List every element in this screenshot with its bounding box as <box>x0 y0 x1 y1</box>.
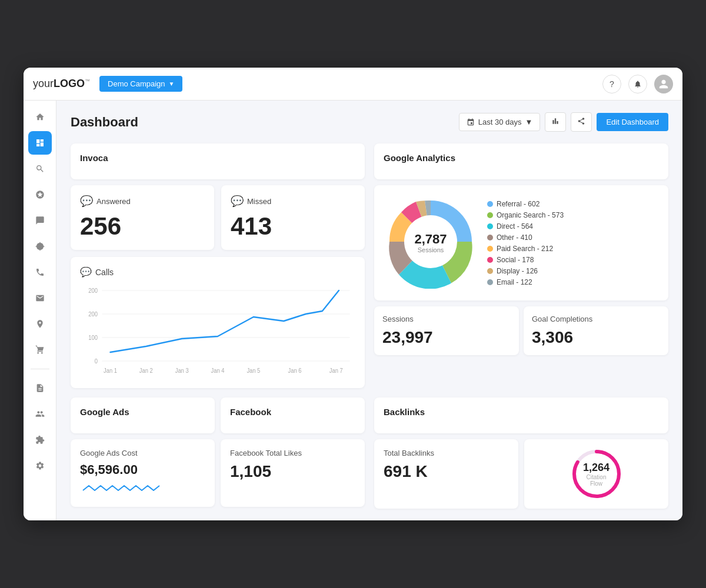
sidebar-item-search[interactable] <box>28 157 52 181</box>
legend-dot-social <box>487 257 493 263</box>
help-button[interactable]: ? <box>602 75 621 93</box>
legend-social: Social - 178 <box>487 256 659 264</box>
wavy-svg <box>80 481 162 495</box>
legend-other: Other - 410 <box>487 233 659 242</box>
svg-text:200: 200 <box>88 288 98 294</box>
missed-value: 413 <box>231 212 355 240</box>
backlinks-title: Backlinks <box>384 407 659 417</box>
citation-label: Citation Flow <box>583 474 610 487</box>
backlinks-section: Backlinks Total Backlinks 691 K <box>374 397 668 509</box>
facebook-likes-card: Facebook Total Likes 1,105 <box>221 439 365 507</box>
sidebar-item-targeting[interactable] <box>28 235 52 258</box>
svg-text:0: 0 <box>95 358 98 365</box>
sidebar-item-home[interactable] <box>28 105 52 129</box>
analytics-legend: Referral - 602 Organic Search - 573 Dire… <box>487 200 659 286</box>
sidebar-item-plugins[interactable] <box>28 428 52 452</box>
answered-card: 💬 Answered 256 <box>71 185 214 250</box>
citation-center: 1,264 Citation Flow <box>583 462 610 487</box>
goal-completions-card: Goal Completions 3,306 <box>524 306 668 355</box>
citation-value: 1,264 <box>583 462 610 474</box>
sidebar-item-analytics[interactable] <box>28 183 52 206</box>
sidebar-item-email[interactable] <box>28 286 52 310</box>
svg-text:200: 200 <box>88 311 98 318</box>
share-button[interactable] <box>571 112 592 132</box>
sidebar-item-location[interactable] <box>28 312 52 336</box>
total-backlinks-label: Total Backlinks <box>384 449 509 457</box>
legend-referral: Referral - 602 <box>487 200 659 208</box>
sidebar-item-chat[interactable] <box>28 209 52 232</box>
svg-text:Jan 4: Jan 4 <box>211 368 225 374</box>
legend-direct: Direct - 564 <box>487 222 659 230</box>
fb-likes-label: Facebook Total Likes <box>230 449 355 457</box>
sidebar-item-dashboard[interactable] <box>28 131 52 155</box>
citation-flow-card: 1,264 Citation Flow <box>524 439 668 509</box>
edit-dashboard-button[interactable]: Edit Dashboard <box>597 113 668 131</box>
top-bar-right: ? <box>602 75 673 93</box>
svg-text:Jan 1: Jan 1 <box>104 368 117 374</box>
facebook-title: Facebook <box>230 407 355 417</box>
legend-dot-display <box>487 268 493 274</box>
legend-dot-paid <box>487 246 493 252</box>
svg-text:100: 100 <box>88 335 98 341</box>
ads-cost-value: $6,596.00 <box>80 462 205 477</box>
sidebar-item-users[interactable] <box>28 402 52 426</box>
sessions-value: 23,997 <box>382 328 511 347</box>
donut-card: 2,787 Sessions Referral - 602 Or <box>374 185 668 300</box>
top-bar: yourLOGO™ Demo Campaign ▼ ? <box>24 68 682 101</box>
donut-chart: 2,787 Sessions <box>384 195 478 291</box>
sidebar-item-documents[interactable] <box>28 376 52 400</box>
date-range-button[interactable]: Last 30 days ▼ <box>459 113 541 131</box>
google-ads-cost-card: Google Ads Cost $6,596.00 <box>71 439 215 507</box>
sessions-label: Sessions <box>382 315 511 323</box>
citation-ring: 1,264 Citation Flow <box>570 447 623 500</box>
legend-dot-other <box>487 235 493 240</box>
sessions-card: Sessions 23,997 <box>374 306 519 355</box>
calls-chart-card: 💬 Calls 200 <box>71 257 365 388</box>
sidebar-item-phone[interactable] <box>28 260 52 284</box>
google-ads-title: Google Ads <box>80 407 205 417</box>
page-title: Dashboard <box>71 115 138 130</box>
notifications-button[interactable] <box>628 75 647 93</box>
facebook-header: Facebook <box>221 397 365 433</box>
legend-dot-direct <box>487 223 493 229</box>
svg-text:Jan 3: Jan 3 <box>175 368 189 374</box>
logo: yourLOGO™ <box>33 78 90 90</box>
google-ads-header: Google Ads <box>71 397 215 433</box>
missed-label: 💬 Missed <box>231 195 355 208</box>
legend-dot-organic <box>487 212 493 218</box>
main-content: Dashboard Last 30 days ▼ Edit Dashboard <box>56 101 682 520</box>
backlinks-header-card: Backlinks <box>374 397 668 433</box>
fb-likes-value: 1,105 <box>230 462 355 481</box>
calls-label: 💬 Calls <box>80 266 355 278</box>
donut-center: 2,787 Sessions <box>414 232 447 253</box>
campaign-dropdown[interactable]: Demo Campaign ▼ <box>99 76 182 92</box>
legend-organic: Organic Search - 573 <box>487 211 659 219</box>
legend-email: Email - 122 <box>487 278 659 286</box>
calls-chart-svg: 200 200 100 0 Jan 1 Jan 2 Jan 3 Jan 4 <box>80 285 355 379</box>
analytics-title: Google Analytics <box>384 153 659 163</box>
google-analytics-section: Google Analytics <box>374 143 668 388</box>
legend-paid: Paid Search - 212 <box>487 245 659 253</box>
sidebar-item-cart[interactable] <box>28 338 52 362</box>
sidebar-divider <box>31 369 49 369</box>
total-backlinks-value: 691 K <box>384 462 509 481</box>
invoca-metrics: 💬 Answered 256 💬 Missed 413 <box>71 185 365 250</box>
user-avatar[interactable] <box>654 75 673 93</box>
total-backlinks-card: Total Backlinks 691 K <box>374 439 518 509</box>
wavy-line <box>80 481 205 497</box>
legend-display: Display - 126 <box>487 267 659 275</box>
analytics-header-card: Google Analytics <box>374 143 668 179</box>
missed-card: 💬 Missed 413 <box>221 185 365 250</box>
svg-text:Jan 2: Jan 2 <box>139 368 153 374</box>
ads-cost-label: Google Ads Cost <box>80 449 205 457</box>
invoca-section: Invoca 💬 Answered 256 💬 <box>71 143 365 388</box>
sidebar-item-settings[interactable] <box>28 454 52 477</box>
sessions-row: Sessions 23,997 Goal Completions 3,306 <box>374 306 668 355</box>
chart-view-button[interactable] <box>545 112 566 132</box>
goals-value: 3,306 <box>532 328 660 347</box>
ads-facebook-section: Google Ads Facebook Google Ads Cost $6,5… <box>71 397 365 509</box>
invoca-title: Invoca <box>80 153 355 163</box>
svg-text:Jan 5: Jan 5 <box>247 368 260 374</box>
answered-label: 💬 Answered <box>80 195 205 208</box>
legend-dot-email <box>487 279 493 285</box>
